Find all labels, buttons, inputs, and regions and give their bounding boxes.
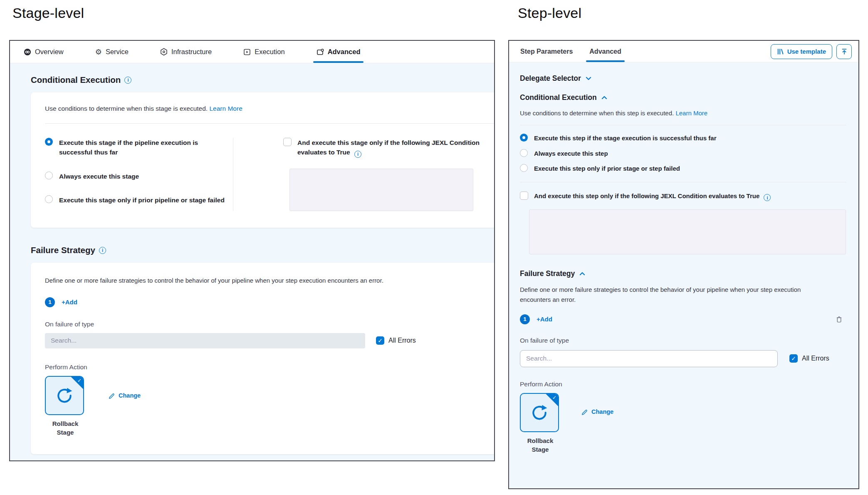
strategy-count-badge[interactable]: 1 (45, 297, 55, 307)
all-errors-checkbox-row[interactable]: ✓ All Errors (376, 336, 416, 345)
checkbox-icon (520, 192, 528, 200)
tab-advanced[interactable]: Advanced (589, 41, 621, 62)
info-icon[interactable]: i (124, 77, 131, 84)
tab-label: Service (106, 48, 129, 56)
chevron-up-icon (579, 270, 586, 277)
tab-advanced[interactable]: Advanced (317, 41, 361, 63)
rollback-stage-card[interactable]: ✓ (520, 393, 559, 432)
failure-strategy-desc: Define one or more failure strategies to… (520, 285, 828, 304)
radio-icon (45, 172, 53, 179)
pencil-icon (581, 408, 589, 415)
hexagon-icon (160, 48, 168, 56)
radio-execute-if-failed[interactable]: Execute this stage only if prior pipelin… (45, 195, 233, 205)
radio-execute-if-failed[interactable]: Execute this step only if prior stage or… (520, 164, 846, 174)
chevron-up-icon (601, 94, 608, 101)
delete-strategy-icon[interactable] (836, 316, 843, 323)
learn-more-link[interactable]: Learn More (209, 105, 242, 112)
use-template-button[interactable]: Use template (771, 44, 832, 59)
on-failure-of-type-label: On failure of type (45, 321, 495, 328)
add-strategy-button[interactable]: +Add (537, 316, 552, 323)
conditional-execution-heading: Conditional Execution i (31, 75, 494, 85)
step-panel: Step Parameters Advanced Use template (508, 40, 859, 489)
chevron-down-icon (585, 75, 592, 82)
failure-strategy-card: Define one or more failure strategies to… (31, 263, 495, 454)
change-action-link[interactable]: Change (109, 392, 141, 399)
on-failure-of-type-label: On failure of type (520, 337, 846, 344)
info-icon[interactable]: i (354, 151, 361, 158)
tab-label: Overview (35, 48, 64, 56)
delegate-selector-heading[interactable]: Delegate Selector (520, 74, 846, 83)
tab-label: Advanced (328, 48, 361, 56)
conditional-execution-desc: Use conditions to determine when this st… (45, 105, 495, 112)
divider (45, 123, 495, 124)
rollback-icon (530, 403, 549, 422)
divider (520, 125, 846, 125)
all-errors-checkbox-row[interactable]: ✓ All Errors (789, 354, 829, 363)
add-strategy-button[interactable]: +Add (62, 298, 77, 306)
upload-icon (841, 48, 848, 55)
tab-label: Execution (255, 48, 284, 56)
play-square-icon (243, 48, 251, 56)
corner-check-icon: ✓ (552, 395, 556, 400)
rollback-stage-caption: Rollback Stage (520, 436, 561, 454)
radio-selected-icon (45, 138, 53, 146)
checkbox-checked-icon: ✓ (376, 336, 384, 345)
screen: Stage-level Step-level Overview ⚙ Servic… (0, 0, 868, 495)
tab-label: Infrastructure (171, 48, 212, 56)
info-icon[interactable]: i (764, 194, 771, 201)
tab-label: Step Parameters (520, 48, 573, 55)
failure-strategy-desc: Define one or more failure strategies to… (45, 276, 495, 286)
radio-always-execute[interactable]: Always execute this step (520, 149, 846, 159)
pencil-icon (109, 392, 116, 399)
conditional-execution-heading[interactable]: Conditional Execution (520, 93, 846, 102)
failure-strategy-heading[interactable]: Failure Strategy (520, 269, 846, 278)
radio-icon (520, 149, 528, 157)
radio-always-execute[interactable]: Always execute this stage (45, 172, 233, 181)
library-icon (777, 48, 784, 55)
conditional-execution-desc: Use conditions to determine when this st… (520, 109, 846, 117)
save-as-template-button[interactable] (836, 44, 852, 59)
perform-action-label: Perform Action (520, 381, 846, 388)
failure-type-search-input[interactable] (45, 333, 365, 348)
stage-tabbar: Overview ⚙ Service Infrastructure Execut… (10, 41, 494, 63)
gear-icon: ⚙ (95, 48, 102, 56)
jexl-condition-checkbox-row[interactable]: And execute this step only if the follow… (520, 192, 846, 201)
tab-overview[interactable]: Overview (24, 41, 64, 63)
failure-strategy-heading: Failure Strategy i (31, 245, 494, 255)
all-errors-label: All Errors (388, 337, 416, 344)
tab-execution[interactable]: Execution (243, 41, 284, 63)
divider (520, 182, 846, 182)
failure-type-search-input[interactable] (520, 350, 778, 367)
strategy-count-badge[interactable]: 1 (520, 314, 530, 324)
step-level-title: Step-level (518, 5, 581, 21)
perform-action-label: Perform Action (45, 363, 495, 371)
checkbox-checked-icon: ✓ (789, 354, 798, 363)
radio-icon (45, 195, 53, 203)
export-icon (317, 48, 324, 56)
radio-execute-if-successful[interactable]: Execute this stage if the pipeline execu… (45, 138, 233, 157)
jexl-condition-input[interactable] (289, 169, 473, 211)
stage-level-title: Stage-level (12, 5, 84, 21)
overview-icon (24, 48, 31, 56)
rollback-stage-caption: Rollback Stage (45, 419, 86, 437)
radio-icon (520, 164, 528, 172)
conditional-execution-card: Use conditions to determine when this st… (31, 92, 495, 228)
radio-selected-icon (520, 134, 528, 142)
step-tabbar: Step Parameters Advanced Use template (509, 41, 858, 62)
learn-more-link[interactable]: Learn More (675, 109, 707, 117)
info-icon[interactable]: i (99, 247, 106, 254)
checkbox-icon (283, 138, 292, 146)
jexl-condition-checkbox-row[interactable]: And execute this stage only if the follo… (283, 138, 495, 158)
tab-service[interactable]: ⚙ Service (95, 41, 129, 63)
rollback-stage-card[interactable]: ✓ (45, 376, 84, 415)
rollback-icon (55, 386, 74, 405)
jexl-condition-input[interactable] (529, 209, 846, 254)
tab-step-parameters[interactable]: Step Parameters (520, 41, 573, 62)
stage-panel: Overview ⚙ Service Infrastructure Execut… (9, 40, 495, 461)
change-action-link[interactable]: Change (581, 408, 613, 415)
tab-infrastructure[interactable]: Infrastructure (160, 41, 212, 63)
tab-label: Advanced (589, 48, 621, 55)
corner-check-icon: ✓ (77, 378, 82, 383)
all-errors-label: All Errors (802, 355, 829, 362)
radio-execute-if-successful[interactable]: Execute this step if the stage execution… (520, 134, 846, 143)
